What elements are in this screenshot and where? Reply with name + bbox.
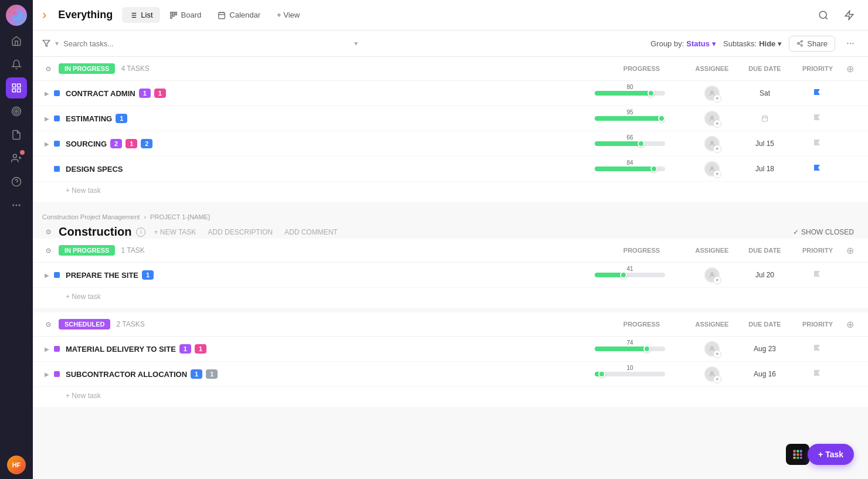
progress-handle[interactable] (650, 165, 657, 172)
new-task-row-2[interactable]: + New task (33, 288, 868, 308)
search-dropdown-icon[interactable]: ▾ (354, 39, 358, 47)
svg-point-46 (711, 273, 713, 275)
progress-handle[interactable] (647, 90, 655, 97)
due-date-cell: Aug 16 (735, 370, 794, 378)
progress-bar-bg: 74 (595, 346, 665, 351)
more-button[interactable]: ··· (842, 35, 859, 52)
expand-icon[interactable]: ▶ (42, 369, 52, 379)
sidebar-item-more[interactable] (6, 195, 27, 216)
svg-line-30 (825, 17, 827, 19)
project-info-icon[interactable]: i (136, 227, 145, 237)
task-row[interactable]: ▶ PREPARE THE SITE 1 41 (33, 263, 868, 288)
svg-rect-50 (796, 450, 799, 453)
group-by-chevron: ▾ (712, 39, 716, 48)
group-by-label: Group by: (650, 39, 684, 48)
progress-handle[interactable] (643, 345, 650, 352)
due-date-cell[interactable] (735, 115, 794, 122)
app-logo[interactable] (6, 5, 27, 26)
in-progress-section-1: ⊙ IN PROGRESS 4 TASKS PROGRESS ASSIGNEE … (33, 57, 868, 202)
sidebar-item-dashboards[interactable] (6, 77, 27, 98)
new-task-button[interactable]: + NEW TASK (150, 226, 199, 238)
add-assignee-button[interactable]: + (713, 120, 721, 128)
calendar-icon (218, 11, 226, 19)
new-task-row-1[interactable]: + New task (33, 182, 868, 202)
grid-fab-button[interactable] (786, 444, 809, 465)
add-assignee-button[interactable]: + (713, 170, 721, 178)
project-collapse-button[interactable]: ⊙ (42, 226, 54, 238)
progress-cell: 80 (595, 91, 689, 96)
expand-icon[interactable]: ▶ (42, 89, 52, 98)
sidebar-item-goals[interactable] (6, 101, 27, 122)
sidebar-item-help[interactable] (6, 171, 27, 192)
progress-handle[interactable] (620, 271, 627, 278)
lightning-icon (844, 10, 855, 21)
task-row[interactable]: DESIGN SPECS 84 + (33, 157, 868, 182)
task-row[interactable]: ▶ ESTIMATING 1 95 (33, 106, 868, 131)
sidebar-item-home[interactable] (6, 30, 27, 52)
progress-handle[interactable] (658, 115, 665, 122)
task-row[interactable]: ▶ CONTRACT ADMIN 1 1 80 (33, 81, 868, 106)
search-input[interactable] (63, 39, 347, 48)
due-date-value: Aug 16 (754, 370, 776, 378)
svg-point-47 (711, 346, 713, 349)
add-task-fab-label: + Task (818, 450, 843, 459)
col-header-progress-2: PROGRESS (595, 247, 689, 254)
add-description-button[interactable]: ADD DESCRIPTION (204, 226, 276, 238)
col-header-assignee-1: ASSIGNEE (689, 65, 735, 72)
sidebar-item-docs[interactable] (6, 124, 27, 145)
group-by-control[interactable]: Group by: Status ▾ (650, 39, 716, 48)
scheduled-section: ⊙ SCHEDULED 2 TASKS PROGRESS ASSIGNEE DU… (33, 312, 868, 407)
sidebar-item-notifications[interactable] (6, 54, 27, 75)
expand-icon[interactable]: ▶ (42, 270, 52, 280)
add-col-s[interactable]: ⊕ (841, 319, 859, 330)
task-badge: 2 (110, 139, 122, 148)
collapse-button-scheduled[interactable]: ⊙ (42, 318, 54, 330)
user-avatar[interactable]: HF (7, 456, 26, 474)
task-badge: 1 (126, 139, 137, 148)
add-comment-button[interactable]: ADD COMMENT (281, 226, 341, 238)
share-label: Share (807, 39, 828, 48)
task-name: CONTRACT ADMIN 1 1 (66, 89, 595, 98)
progress-label: 84 (626, 159, 633, 166)
lightning-button[interactable] (840, 6, 859, 25)
due-date-value: Jul 20 (755, 271, 774, 279)
task-row[interactable]: ▶ SUBCONTRACTOR ALLOCATION 1 1 10 (33, 362, 868, 387)
due-date-value: Sat (760, 89, 770, 97)
filter-icon[interactable] (42, 39, 50, 47)
add-assignee-button[interactable]: + (713, 145, 721, 153)
subtasks-control[interactable]: Subtasks: Hide ▾ (723, 39, 782, 48)
add-task-fab-button[interactable]: + Task (808, 444, 854, 465)
notification-dot (20, 150, 25, 155)
scheduled-group-header: ⊙ SCHEDULED 2 TASKS PROGRESS ASSIGNEE DU… (33, 312, 868, 337)
show-closed-button[interactable]: ✓ SHOW CLOSED (788, 226, 859, 239)
tab-calendar[interactable]: Calendar (211, 7, 267, 23)
add-assignee-button[interactable]: + (713, 94, 721, 103)
task-badge: 1 (139, 89, 151, 98)
share-button[interactable]: Share (789, 36, 835, 52)
tab-board-label: Board (181, 11, 202, 19)
tab-board[interactable]: Board (162, 7, 209, 23)
filter-chevron[interactable]: ▾ (55, 39, 59, 47)
sidebar-item-invite[interactable] (6, 148, 27, 169)
progress-handle[interactable] (598, 371, 605, 378)
add-assignee-button[interactable]: + (713, 375, 721, 383)
expand-icon[interactable]: ▶ (42, 114, 52, 123)
collapse-button-1[interactable]: ⊙ (42, 63, 54, 74)
collapse-button-2[interactable]: ⊙ (42, 244, 54, 256)
progress-handle[interactable] (638, 140, 645, 147)
task-row[interactable]: ▶ MATERIAL DELIVERY TO SITE 1 1 74 (33, 337, 868, 362)
search-button[interactable] (814, 6, 833, 25)
add-assignee-button[interactable]: + (713, 276, 721, 284)
new-task-row-scheduled[interactable]: + New task (33, 387, 868, 407)
add-col-1[interactable]: ⊕ (841, 63, 859, 74)
progress-cell: 84 (595, 167, 689, 171)
add-assignee-button[interactable]: + (713, 350, 721, 358)
add-col-2[interactable]: ⊕ (841, 245, 859, 256)
tab-view-add[interactable]: + View (270, 7, 307, 23)
task-row[interactable]: ▶ SOURCING 2 1 2 66 (33, 131, 868, 157)
col-header-assignee-2: ASSIGNEE (689, 247, 735, 254)
expand-icon[interactable]: ▶ (42, 139, 52, 148)
assignee-avatar: + (704, 267, 720, 283)
expand-icon[interactable]: ▶ (42, 344, 52, 354)
tab-list[interactable]: List (122, 7, 160, 23)
